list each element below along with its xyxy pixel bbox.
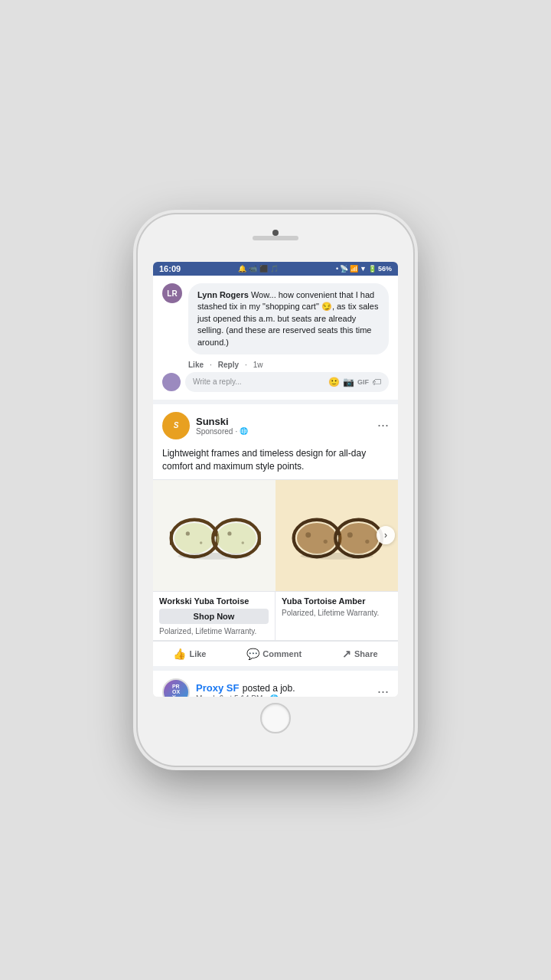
notification-icon: 🔔 [238,265,246,273]
like-icon: 👍 [173,648,186,660]
shazam-icon: 🎵 [270,265,279,273]
sponsored-line: Sponsored · 🌐 [196,427,248,436]
wifi-icon: ▼ [360,265,367,273]
svg-point-10 [242,542,244,544]
product-warranty-2: Polarized, Lifetime Warranty. [282,609,392,617]
sunski-post: S Sunski Sponsored · 🌐 ··· Lightweight f… [153,404,398,666]
brand-info: Sunski Sponsored · 🌐 [196,416,248,436]
proxy-header-left: PROXY Proxy SF posted a job. March 6 at … [162,678,295,697]
carousel-next-arrow[interactable]: › [377,526,395,544]
reply-input-box[interactable]: Write a reply... 🙂 📷 GIF 🏷 [185,372,389,392]
svg-point-16 [305,533,311,538]
shop-now-button-1[interactable]: Shop Now [159,609,269,624]
brand-name[interactable]: Sunski [196,416,248,427]
my-avatar [162,373,181,391]
status-bar: 16:09 🔔 📹 ⬛ 🎵 • 📡 📶 ▼ 🔋 56% [153,262,398,276]
video-icon: 📹 [249,265,257,273]
proxy-meta: March 6 at 5:14 PM · 🌐 [196,694,295,697]
phone-screen: 16:09 🔔 📹 ⬛ 🎵 • 📡 📶 ▼ 🔋 56% LR [153,262,398,697]
phone-frame: 16:09 🔔 📹 ⬛ 🎵 • 📡 📶 ▼ 🔋 56% LR [138,214,413,766]
product-carousel[interactable]: Workski Yuba Tortoise Shop Now Polarized… [153,479,398,641]
proxy-action: posted a job. [243,683,295,694]
svg-point-1 [174,523,214,554]
share-button[interactable]: ↗ Share [342,648,378,660]
globe-icon2: · [265,694,267,697]
svg-point-8 [200,542,202,544]
share-label: Share [354,649,378,658]
camera-icon[interactable]: 📷 [343,377,354,387]
dot-separator2: · [245,361,247,369]
like-button[interactable]: 👍 Like [173,648,206,660]
svg-point-18 [347,533,353,538]
signal-icon: 📶 [350,265,358,273]
globe-icon3: 🌐 [269,694,279,697]
comment-icon: 💬 [246,648,259,660]
proxy-post: PROXY Proxy SF posted a job. March 6 at … [153,671,398,697]
proxy-logo: PROXY [162,678,190,697]
reply-action[interactable]: Reply [218,361,239,369]
reply-placeholder: Write a reply... [193,377,242,386]
dot: · [235,427,237,436]
svg-point-17 [324,540,328,544]
sunglasses-2-svg [287,508,386,561]
proxy-post-header: PROXY Proxy SF posted a job. March 6 at … [162,678,389,697]
dot-separator: · [210,361,212,369]
comment-author: Lynn Rogers [197,290,249,299]
proxy-date: March 6 at 5:14 PM [196,694,262,697]
proxy-name-action: Proxy SF posted a job. [196,681,295,694]
proxy-name[interactable]: Proxy SF [196,682,239,694]
svg-point-11 [178,553,250,560]
product-name-1: Workski Yuba Tortoise [159,596,269,606]
svg-point-9 [227,532,231,536]
proxy-info: Proxy SF posted a job. March 6 at 5:14 P… [196,681,295,697]
camera [272,230,279,236]
reply-icons: 🙂 📷 GIF 🏷 [328,377,381,387]
battery-percent: 56% [378,265,392,273]
scroll-area[interactable]: LR Lynn Rogers Wow... how convenient tha… [153,276,398,697]
svg-point-15 [339,523,379,554]
like-label: Like [189,649,206,658]
product-name-2: Yuba Tortoise Amber [282,596,392,606]
product-info-1: Workski Yuba Tortoise Shop Now Polarized… [153,591,275,640]
comment-bubble: Lynn Rogers Wow... how convenient that I… [188,283,389,354]
post-header: S Sunski Sponsored · 🌐 ··· [153,404,398,444]
home-button[interactable] [260,703,291,733]
sticker-icon[interactable]: 🏷 [372,377,381,387]
comment-button[interactable]: 💬 Comment [246,648,302,660]
more-options-icon[interactable]: ··· [377,417,389,433]
reply-input-row: Write a reply... 🙂 📷 GIF 🏷 [162,372,389,392]
proxy-more-options[interactable]: ··· [377,684,389,697]
speaker [253,236,298,240]
action-bar: 👍 Like 💬 Comment ↗ Share [153,641,398,666]
commenter-avatar: LR [162,283,182,303]
sponsored-label: Sponsored [196,427,233,436]
globe-icon: 🌐 [240,427,248,435]
comment-item: LR Lynn Rogers Wow... how convenient tha… [162,283,389,354]
product-warranty-1: Polarized, Lifetime Warranty. [159,627,269,635]
comment-actions: Like · Reply · 1w [162,361,389,369]
post-description: Lightweight frames and timeless design f… [153,444,398,479]
carousel-item-2: › Yuba Tortoise Amber Polarized, Lifetim… [276,480,398,640]
product-image-2: › [276,480,398,591]
comment-time: 1w [253,361,263,369]
emoji-icon[interactable]: 🙂 [328,377,340,387]
svg-point-19 [365,540,369,544]
share-icon: ↗ [342,648,351,660]
carousel-item-1: Workski Yuba Tortoise Shop Now Polarized… [153,480,276,640]
status-right: • 📡 📶 ▼ 🔋 56% [336,265,392,273]
cast-icon: 📡 [340,265,348,273]
brand-logo: S [162,412,190,439]
status-icons: 🔔 📹 ⬛ 🎵 [238,265,279,273]
comment-section: LR Lynn Rogers Wow... how convenient tha… [153,276,398,404]
status-time: 16:09 [159,264,181,273]
gif-icon[interactable]: GIF [357,378,369,386]
product-image-1 [153,480,276,591]
proxy-logo-text: PROXY [172,684,180,697]
sunglasses-1-svg [165,508,264,561]
like-action[interactable]: Like [188,361,204,369]
post-header-left: S Sunski Sponsored · 🌐 [162,412,248,439]
comment-label: Comment [262,649,302,658]
battery-icon: 🔋 [368,265,377,273]
dot-icon: • [336,265,338,273]
svg-point-13 [297,523,337,554]
